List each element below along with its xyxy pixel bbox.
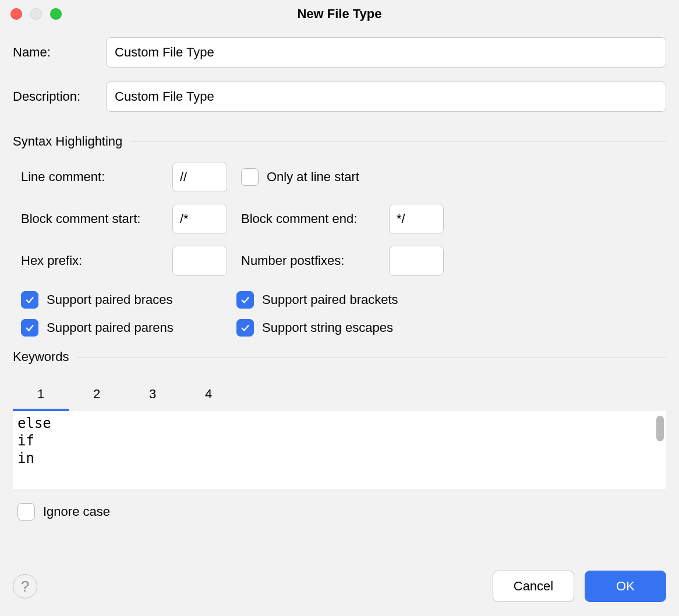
name-row: Name: — [13, 37, 666, 68]
keywords-section-header: Keywords — [13, 349, 666, 364]
keywords-tab-4[interactable]: 4 — [181, 378, 236, 411]
description-input[interactable] — [106, 82, 666, 112]
support-braces-checkbox[interactable] — [21, 291, 38, 309]
block-comment-row: Block comment start: Block comment end: — [21, 204, 666, 234]
keywords-tab-2[interactable]: 2 — [69, 378, 125, 411]
support-escapes-check[interactable]: Support string escapes — [236, 319, 666, 337]
line-comment-label: Line comment: — [21, 169, 172, 185]
support-checks-grid: Support paired braces Support paired bra… — [13, 291, 666, 337]
syntax-section-header: Syntax Highlighting — [13, 134, 666, 149]
support-escapes-checkbox[interactable] — [236, 319, 254, 337]
divider — [77, 357, 666, 357]
window-title: New File Type — [0, 6, 679, 22]
hex-prefix-label: Hex prefix: — [21, 253, 172, 268]
only-line-start-check[interactable]: Only at line start — [241, 168, 359, 186]
keywords-list[interactable]: elseifin — [13, 411, 666, 489]
keywords-section-title: Keywords — [13, 349, 69, 364]
support-brackets-checkbox[interactable] — [236, 291, 254, 309]
keywords-tabs: 1234 — [13, 378, 666, 411]
keyword-item[interactable]: in — [17, 449, 662, 467]
name-input[interactable] — [106, 37, 666, 68]
divider — [130, 141, 666, 142]
name-label: Name: — [13, 45, 106, 60]
keyword-item[interactable]: else — [17, 415, 662, 432]
cancel-button[interactable]: Cancel — [493, 571, 574, 602]
support-parens-check[interactable]: Support paired parens — [21, 319, 236, 337]
help-button[interactable]: ? — [13, 574, 37, 599]
block-start-label: Block comment start: — [21, 211, 172, 226]
close-window-button[interactable] — [10, 8, 22, 20]
scrollbar-thumb[interactable] — [656, 416, 664, 441]
line-comment-row: Line comment: Only at line start — [21, 162, 666, 192]
block-end-input[interactable] — [389, 204, 444, 234]
support-brackets-label: Support paired brackets — [262, 292, 398, 307]
support-parens-checkbox[interactable] — [21, 319, 38, 337]
ignore-case-row: Ignore case — [13, 489, 666, 521]
ignore-case-checkbox[interactable] — [17, 503, 35, 521]
syntax-grid: Line comment: Only at line start Block c… — [13, 162, 666, 288]
support-escapes-label: Support string escapes — [262, 320, 393, 335]
block-start-input[interactable] — [172, 204, 227, 234]
description-label: Description: — [13, 89, 106, 104]
support-brackets-check[interactable]: Support paired brackets — [236, 291, 666, 309]
number-postfix-label: Number postfixes: — [241, 253, 389, 268]
keyword-item[interactable]: if — [17, 432, 662, 449]
footer-buttons: Cancel OK — [493, 571, 666, 602]
dialog-content: Name: Description: Syntax Highlighting L… — [0, 26, 679, 553]
traffic-lights — [10, 8, 62, 20]
number-postfix-input[interactable] — [389, 246, 444, 276]
syntax-section-title: Syntax Highlighting — [13, 134, 122, 149]
minimize-window-button[interactable] — [30, 8, 42, 20]
hex-number-row: Hex prefix: Number postfixes: — [21, 246, 666, 276]
only-line-start-checkbox[interactable] — [241, 168, 259, 186]
ok-button[interactable]: OK — [585, 571, 666, 602]
keywords-tab-3[interactable]: 3 — [125, 378, 181, 411]
titlebar: New File Type — [0, 0, 679, 26]
description-row: Description: — [13, 82, 666, 112]
ignore-case-label: Ignore case — [43, 504, 110, 519]
only-line-start-label: Only at line start — [267, 169, 359, 185]
support-parens-label: Support paired parens — [47, 320, 174, 335]
dialog-window: New File Type Name: Description: Syntax … — [0, 0, 679, 616]
support-braces-check[interactable]: Support paired braces — [21, 291, 236, 309]
maximize-window-button[interactable] — [50, 8, 62, 20]
dialog-footer: ? Cancel OK — [0, 553, 679, 616]
block-end-label: Block comment end: — [241, 211, 389, 226]
support-braces-label: Support paired braces — [47, 292, 172, 307]
hex-prefix-input[interactable] — [172, 246, 227, 276]
line-comment-input[interactable] — [172, 162, 227, 192]
keywords-tab-1[interactable]: 1 — [13, 378, 69, 411]
